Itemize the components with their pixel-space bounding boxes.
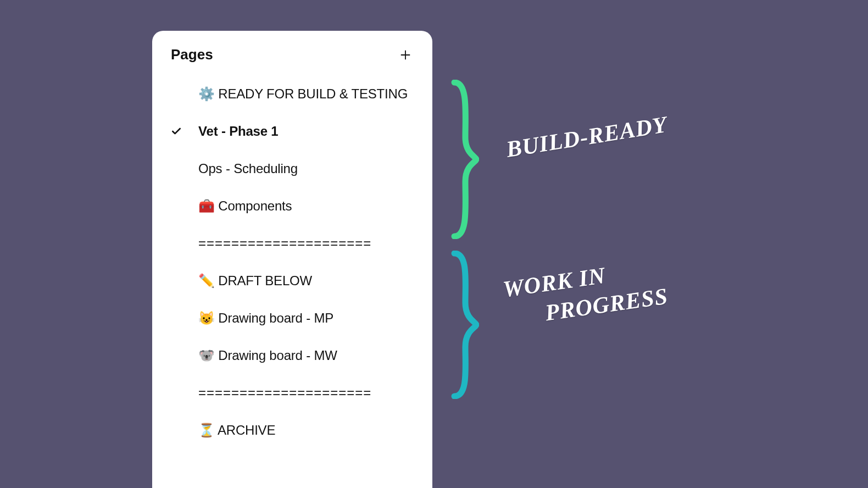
page-item-2[interactable]: Ops - Scheduling: [152, 150, 432, 187]
page-item-label: ⚙️ READY FOR BUILD & TESTING: [198, 86, 414, 102]
page-item-1[interactable]: Vet - Phase 1: [152, 113, 432, 150]
page-item-5[interactable]: ✏️ DRAFT BELOW: [152, 262, 432, 300]
page-item-label: =====================: [198, 236, 414, 251]
pages-title: Pages: [171, 46, 213, 63]
page-item-label: =====================: [198, 385, 414, 401]
annotation-wip-line2: PROGRESS: [505, 281, 670, 332]
page-item-label: ✏️ DRAFT BELOW: [198, 273, 414, 289]
plus-icon: [399, 49, 411, 61]
brace-build-ready: [446, 80, 479, 239]
add-page-button[interactable]: [397, 47, 414, 63]
annotation-wip-line1: WORK IN: [502, 263, 607, 302]
annotation-wip: WORK IN PROGRESS: [501, 253, 670, 332]
pages-panel-header: Pages: [152, 46, 432, 69]
annotation-build-ready: BUILD-READY: [504, 111, 669, 163]
page-item-label: 🐨 Drawing board - MW: [198, 348, 414, 363]
page-item-label: ⏳ ARCHIVE: [198, 423, 414, 438]
page-item-label: 😺 Drawing board - MP: [198, 310, 414, 326]
page-item-0[interactable]: ⚙️ READY FOR BUILD & TESTING: [152, 75, 432, 113]
page-item-6[interactable]: 😺 Drawing board - MP: [152, 300, 432, 337]
page-item-4[interactable]: =====================: [152, 225, 432, 262]
check-icon: [171, 126, 198, 137]
page-item-label: 🧰 Components: [198, 198, 414, 214]
page-item-8[interactable]: =====================: [152, 374, 432, 412]
pages-panel: Pages ⚙️ READY FOR BUILD & TESTINGVet - …: [152, 31, 432, 488]
page-item-9[interactable]: ⏳ ARCHIVE: [152, 412, 432, 449]
page-item-7[interactable]: 🐨 Drawing board - MW: [152, 337, 432, 374]
page-item-label: Vet - Phase 1: [198, 124, 414, 139]
pages-list: ⚙️ READY FOR BUILD & TESTINGVet - Phase …: [152, 69, 432, 449]
page-item-label: Ops - Scheduling: [198, 161, 414, 176]
brace-wip: [446, 251, 479, 399]
page-item-3[interactable]: 🧰 Components: [152, 187, 432, 225]
